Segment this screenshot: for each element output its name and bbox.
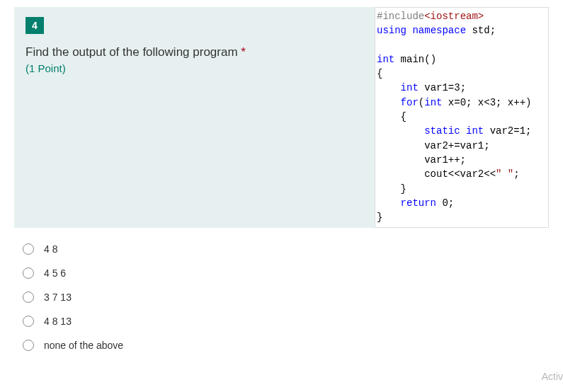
code-token: return (401, 197, 436, 209)
code-token: <iostream> (424, 11, 484, 22)
option-0[interactable]: 4 8 (23, 243, 549, 255)
code-token (460, 125, 466, 137)
code-token: " " (496, 168, 513, 180)
code-snippet: #include<iostream> using namespace std; … (375, 7, 549, 228)
option-3[interactable]: 4 8 13 (23, 316, 549, 327)
code-token (377, 82, 401, 93)
code-token: int (424, 97, 442, 108)
code-token: 0; (436, 197, 454, 209)
code-token (377, 197, 401, 209)
code-token: ; (513, 168, 519, 180)
option-label: 4 5 6 (44, 267, 66, 279)
radio-icon[interactable] (23, 340, 34, 351)
question-text-content: Find the output of the following program (25, 45, 241, 59)
radio-icon[interactable] (23, 292, 34, 303)
code-token: main() (394, 54, 436, 65)
code-token: var1=3; (419, 82, 466, 93)
radio-icon[interactable] (23, 316, 34, 327)
question-text: Find the output of the following program… (25, 44, 363, 61)
option-2[interactable]: 3 7 13 (23, 292, 549, 303)
code-token: #include (377, 11, 424, 22)
question-card: 4 Find the output of the following progr… (14, 7, 549, 228)
option-label: 4 8 (44, 243, 57, 255)
required-asterisk: * (241, 45, 246, 59)
option-4[interactable]: none of the above (23, 340, 549, 351)
code-token (377, 97, 401, 108)
radio-icon[interactable] (23, 243, 34, 255)
code-token: cout<<var2<< (377, 168, 496, 180)
code-token: static (424, 125, 460, 137)
question-left-pane: 4 Find the output of the following progr… (14, 7, 375, 228)
code-token: namespace (412, 25, 466, 36)
code-token: int (401, 82, 419, 93)
code-token: } (377, 183, 406, 195)
code-token: int (377, 54, 394, 65)
code-token: using (377, 25, 406, 36)
radio-icon[interactable] (23, 267, 34, 279)
code-token: std; (466, 25, 496, 36)
code-token: x=0; x<3; x++) (442, 97, 531, 108)
code-token: } (377, 212, 382, 223)
code-token: for (401, 97, 419, 108)
code-token: { (377, 68, 382, 79)
answer-options: 4 8 4 5 6 3 7 13 4 8 13 none of the abov… (23, 243, 549, 351)
code-token: ( (419, 97, 424, 108)
code-token: var2+=var1; (377, 140, 490, 151)
code-token: int (466, 125, 484, 137)
windows-activation-watermark: Activ (542, 371, 563, 382)
code-token (377, 125, 424, 137)
option-1[interactable]: 4 5 6 (23, 267, 549, 279)
option-label: none of the above (44, 340, 123, 351)
code-token: var2=1; (484, 125, 531, 137)
code-token: var1++; (377, 154, 466, 166)
option-label: 3 7 13 (44, 292, 72, 303)
question-number-badge: 4 (25, 17, 44, 34)
code-token: { (377, 111, 406, 122)
option-label: 4 8 13 (44, 316, 72, 327)
question-points: (1 Point) (25, 62, 363, 74)
